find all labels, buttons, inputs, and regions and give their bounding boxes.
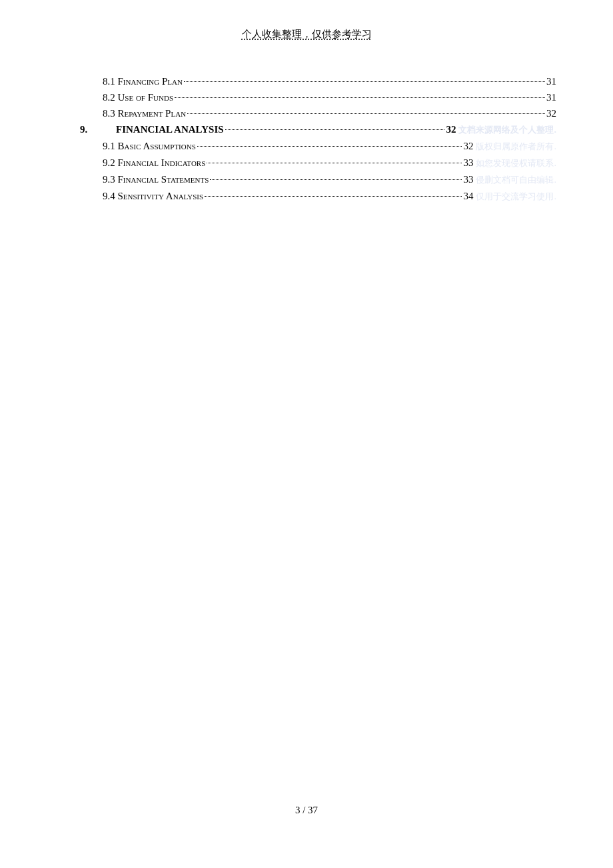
page-separator: / xyxy=(300,805,308,815)
toc-page: 32 xyxy=(463,141,473,152)
toc-entry: 8.3 Repayment Plan 32 xyxy=(80,108,556,119)
section-number: 9. xyxy=(80,124,116,135)
toc-entry: 9.4 Sensitivity Analysis 34 仅用于交流学习使用. xyxy=(80,191,556,203)
toc-label: 8.2 Use of Funds xyxy=(103,92,173,103)
page-total: 37 xyxy=(308,805,318,815)
toc-leader-dots xyxy=(207,163,462,163)
toc-leader-dots xyxy=(205,196,462,197)
toc-entry: 8.1 Financing Plan 31 xyxy=(80,76,556,87)
toc-section: 9. FINANCIAL ANALYSIS 32 文档来源网络及个人整理. xyxy=(80,124,556,136)
watermark-annotation: 如您发现侵权请联系. xyxy=(473,157,556,169)
toc-content: 8.1 Financing Plan 31 8.2 Use of Funds 3… xyxy=(80,76,556,207)
toc-page: 33 xyxy=(463,174,473,185)
toc-leader-dots xyxy=(175,97,545,98)
toc-leader-dots xyxy=(210,179,462,180)
toc-page: 34 xyxy=(463,191,473,202)
watermark-annotation: 版权归属原作者所有. xyxy=(473,141,556,153)
header-text: 个人收集整理，仅供参考学习 xyxy=(242,29,372,39)
toc-entry: 9.1 Basic Assumptions 32 版权归属原作者所有. xyxy=(80,141,556,153)
toc-entry: 8.2 Use of Funds 31 xyxy=(80,92,556,103)
section-page: 32 xyxy=(446,124,456,135)
toc-label: 9.3 Financial Statements xyxy=(103,174,209,185)
watermark-annotation: 侵删文档可自由编辑. xyxy=(473,174,556,186)
toc-page: 33 xyxy=(463,157,473,169)
toc-leader-dots xyxy=(197,146,462,147)
toc-label: 9.2 Financial Indicators xyxy=(103,157,205,169)
toc-label: 8.3 Repayment Plan xyxy=(103,108,186,119)
toc-page: 31 xyxy=(546,76,556,87)
page-header: 个人收集整理，仅供参考学习 xyxy=(0,0,613,41)
watermark-annotation: 文档来源网络及个人整理. xyxy=(456,124,556,136)
toc-label: 8.1 Financing Plan xyxy=(103,76,183,87)
toc-leader-dots xyxy=(184,81,545,82)
page-footer: 3 / 37 xyxy=(0,805,613,816)
toc-page: 32 xyxy=(546,108,556,119)
section-title: FINANCIAL ANALYSIS xyxy=(116,124,224,135)
watermark-annotation: 仅用于交流学习使用. xyxy=(473,191,556,203)
toc-leader-dots xyxy=(187,113,545,114)
toc-page: 31 xyxy=(546,92,556,103)
toc-label: 9.1 Basic Assumptions xyxy=(103,141,196,152)
toc-entry: 9.2 Financial Indicators 33 如您发现侵权请联系. xyxy=(80,157,556,169)
toc-entry: 9.3 Financial Statements 33 侵删文档可自由编辑. xyxy=(80,174,556,186)
toc-label: 9.4 Sensitivity Analysis xyxy=(103,191,203,202)
toc-leader-dots xyxy=(225,129,445,130)
